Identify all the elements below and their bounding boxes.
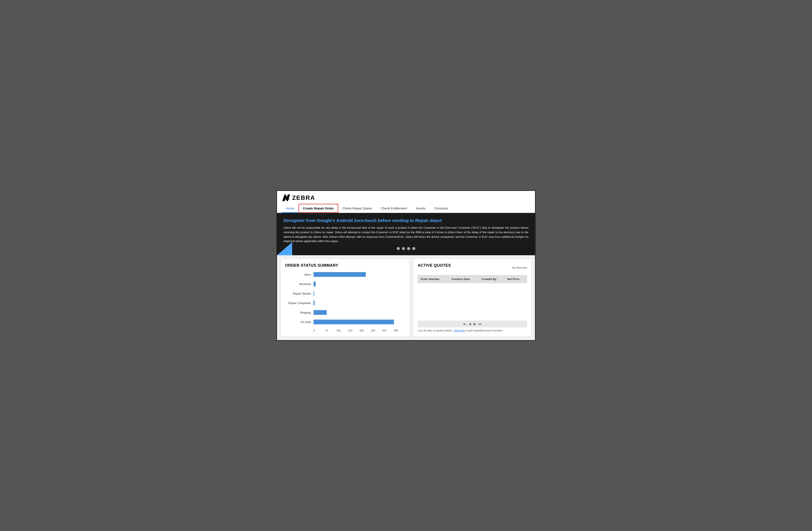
- col-creation-date: Creation Date: [449, 275, 479, 283]
- x-tick: 490: [394, 329, 405, 332]
- nav-item-assets[interactable]: Assets: [411, 204, 430, 213]
- pagination-first[interactable]: ⏮: [463, 322, 466, 326]
- banner-corner-decoration: [277, 242, 292, 255]
- x-tick: 210: [348, 329, 359, 332]
- bar-row-repair-started: Repair Started: [285, 291, 405, 296]
- bar-container: [314, 272, 405, 277]
- quotes-footer-note: Last 30 days of quotes shown. Click here…: [418, 329, 527, 332]
- main-frame: ZEBRA Home Create Repair Order Check Rep…: [276, 190, 536, 341]
- banner-dot-3[interactable]: [407, 247, 410, 250]
- table-header-row: Order Number Creation Date Created By Ne…: [418, 275, 527, 283]
- bar-fill: [314, 291, 314, 296]
- bar-fill: [314, 272, 366, 277]
- quotes-table-area: Order Number Creation Date Created By Ne…: [418, 275, 527, 319]
- bar-label: Open: [285, 273, 311, 276]
- x-tick: 280: [359, 329, 371, 332]
- main-content: ORDER STATUS SUMMARY OpenReceivedRepair …: [277, 255, 535, 340]
- banner-body: Zebra will not be responsible for any de…: [284, 226, 528, 244]
- x-tick: 0: [314, 329, 325, 332]
- logo-area: ZEBRA: [281, 193, 531, 202]
- nav-item-home[interactable]: Home: [281, 204, 299, 213]
- announcement-banner: Deregister from Google's Android Zero-to…: [277, 213, 535, 255]
- bar-label: On Hold: [285, 321, 311, 324]
- banner-dot-2[interactable]: [402, 247, 405, 250]
- nav-item-create-repair-order[interactable]: Create Repair Order: [299, 204, 338, 213]
- bar-label: Received: [285, 282, 311, 286]
- active-quotes-panel: ACTIVE QUOTES No Records Order Number Cr…: [413, 259, 532, 337]
- col-order-number: Order Number: [418, 275, 449, 283]
- zebra-logo-icon: [281, 193, 292, 202]
- bar-fill: [314, 300, 315, 305]
- x-tick: 350: [371, 329, 382, 332]
- bar-fill: [314, 310, 327, 315]
- no-records-label: No Records: [512, 266, 527, 269]
- banner-title: Deregister from Google's Android Zero-to…: [284, 218, 528, 223]
- bar-label: Repair Completed: [285, 301, 311, 305]
- pagination-next[interactable]: ▶: [474, 322, 476, 326]
- bar-row-received: Received: [285, 282, 405, 286]
- order-status-panel: ORDER STATUS SUMMARY OpenReceivedRepair …: [280, 259, 410, 337]
- pagination-last[interactable]: ⏭: [479, 322, 482, 326]
- bar-label: Repair Started: [285, 292, 311, 295]
- bar-label: Shipping: [285, 311, 311, 314]
- nav-bar: Home Create Repair Order Check Repair St…: [281, 204, 531, 213]
- bar-row-shipping: Shipping: [285, 310, 405, 315]
- col-created-by: Created By: [479, 275, 505, 283]
- x-tick: 420: [382, 329, 394, 332]
- banner-dots: [284, 247, 528, 250]
- col-net-price: Net Price: [505, 275, 527, 283]
- bar-container: [314, 291, 405, 296]
- active-quotes-title: ACTIVE QUOTES: [418, 263, 451, 268]
- chart-bars: OpenReceivedRepair StartedRepair Complet…: [285, 272, 405, 324]
- pagination-prev[interactable]: ◀: [469, 322, 471, 326]
- x-tick: 140: [336, 329, 348, 332]
- bar-fill: [314, 320, 394, 324]
- bar-container: [314, 300, 405, 305]
- pagination-bar: ⏮ ◀ ▶ ⏭: [418, 321, 527, 327]
- brand-name: ZEBRA: [292, 194, 315, 201]
- order-status-title: ORDER STATUS SUMMARY: [285, 263, 405, 268]
- order-status-chart: OpenReceivedRepair StartedRepair Complet…: [285, 272, 405, 332]
- quotes-table: Order Number Creation Date Created By Ne…: [418, 275, 527, 283]
- bar-fill: [314, 282, 316, 286]
- quotes-header: ACTIVE QUOTES No Records: [418, 263, 527, 272]
- bar-row-repair-completed: Repair Completed: [285, 300, 405, 305]
- bar-container: [314, 310, 405, 315]
- expanded-search-link[interactable]: Click here: [453, 329, 465, 332]
- bar-container: [314, 320, 405, 324]
- nav-item-check-entitlement[interactable]: Check Entitlement: [376, 204, 411, 213]
- bar-row-on-hold: On Hold: [285, 320, 405, 324]
- x-axis: 070140210280350420490: [314, 329, 405, 332]
- bar-row-open: Open: [285, 272, 405, 277]
- banner-dot-4[interactable]: [412, 247, 415, 250]
- banner-dot-1[interactable]: [397, 247, 400, 250]
- x-tick: 70: [325, 329, 336, 332]
- nav-item-check-repair-status[interactable]: Check Repair Status: [338, 204, 377, 213]
- header: ZEBRA Home Create Repair Order Check Rep…: [277, 191, 535, 213]
- bar-container: [314, 282, 405, 286]
- nav-item-contracts[interactable]: Contracts: [430, 204, 452, 213]
